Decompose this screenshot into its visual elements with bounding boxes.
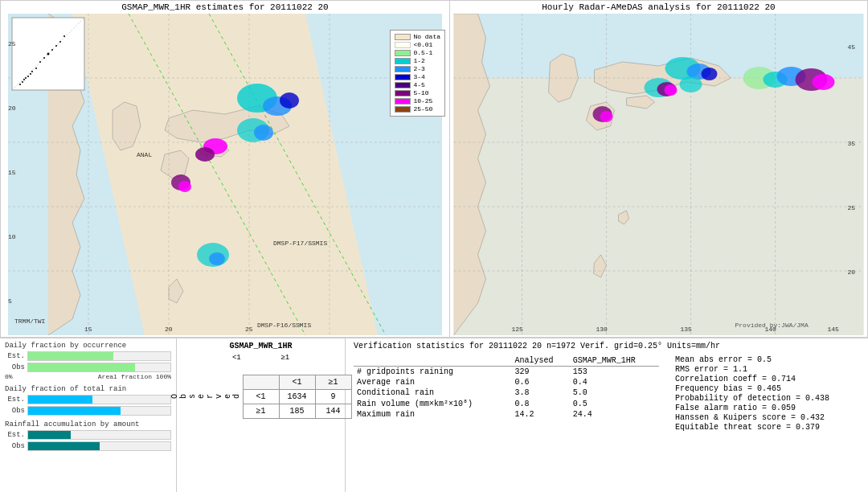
stat-rms-error: RMS error = 1.1 bbox=[675, 365, 860, 374]
svg-text:10: 10 bbox=[8, 233, 16, 240]
verif-row-condrain: Conditional rain 3.8 5.0 bbox=[354, 387, 659, 398]
table-cell-21: 185 bbox=[279, 404, 315, 418]
svg-point-31 bbox=[31, 71, 33, 72]
right-map-title: Hourly Radar-AMeDAS analysis for 2011102… bbox=[450, 1, 867, 14]
verif-inner-table: Analysed GSMAP_MWR_1HR # gridpoints rain… bbox=[354, 355, 659, 420]
svg-point-35 bbox=[47, 53, 50, 55]
occurrence-est-fill bbox=[28, 352, 113, 360]
stat-correlation: Correlation coeff = 0.714 bbox=[675, 375, 860, 383]
verif-val-condrain-analysed: 3.8 bbox=[511, 387, 569, 398]
legend-label-25-50: 25-50 bbox=[413, 105, 432, 113]
col-ge1: ≥1 bbox=[263, 354, 307, 362]
accum-est-row: Est. bbox=[5, 430, 171, 440]
legend-label-lt001: <0.01 bbox=[413, 41, 432, 48]
svg-text:25: 25 bbox=[8, 40, 16, 47]
svg-point-68 bbox=[680, 76, 702, 92]
svg-text:15: 15 bbox=[8, 169, 16, 176]
verif-row-rainvol: Rain volume (mm×km²×10⁸) 0.8 0.5 bbox=[354, 398, 659, 409]
contingency-table-title: GSMAP_MWR_1HR bbox=[229, 342, 292, 351]
table-outer: O b s e r v e d <1 ≥1 bbox=[170, 364, 352, 428]
chart-total-rain: Daily fraction of total rain Est. Obs bbox=[5, 385, 171, 416]
svg-text:20: 20 bbox=[8, 105, 16, 112]
occurrence-est-row: Est. bbox=[5, 351, 171, 361]
verif-col-metric bbox=[354, 355, 511, 367]
svg-text:DMSP-F16/SSMIS: DMSP-F16/SSMIS bbox=[257, 322, 311, 329]
chart-occurrence-title: Daily fraction by occurrence bbox=[5, 342, 171, 350]
legend-item-25-50: 25-50 bbox=[395, 105, 440, 113]
stat-false-alarm: False alarm ratio = 0.059 bbox=[675, 404, 860, 412]
left-map-area: TRMM/TWI ANAL DMSP-F17/SSMIS DMSP-F16/SS… bbox=[1, 14, 449, 335]
svg-point-37 bbox=[55, 45, 57, 47]
left-map-title: GSMAP_MWR_1HR estimates for 20111022 20 bbox=[1, 1, 449, 14]
table-row-label-lt1: <1 bbox=[243, 389, 279, 404]
svg-point-22 bbox=[209, 252, 225, 265]
total-rain-est-fill bbox=[28, 396, 92, 404]
occurrence-est-bar bbox=[27, 351, 171, 361]
svg-point-20 bbox=[178, 181, 191, 192]
legend-label-5-10: 5-10 bbox=[413, 89, 428, 96]
accum-est-bar bbox=[27, 430, 171, 440]
verif-row-avgrain: Average rain 0.6 0.4 bbox=[354, 377, 659, 387]
occurrence-obs-fill bbox=[28, 363, 135, 371]
legend-color-lt001 bbox=[395, 42, 411, 48]
legend-label-3-4: 3-4 bbox=[413, 73, 424, 80]
occurrence-obs-row: Obs bbox=[5, 363, 171, 372]
col-lt1: <1 bbox=[215, 354, 259, 362]
svg-text:135: 135 bbox=[681, 326, 693, 333]
svg-point-28 bbox=[25, 77, 27, 79]
svg-text:20: 20 bbox=[165, 326, 173, 333]
verif-label-avgrain: Average rain bbox=[354, 377, 511, 387]
svg-point-67 bbox=[665, 84, 678, 96]
svg-text:DMSP-F17/SSMIS: DMSP-F17/SSMIS bbox=[273, 240, 327, 247]
occurrence-bars: Est. Obs bbox=[5, 351, 171, 372]
svg-point-16 bbox=[254, 125, 273, 141]
svg-point-25 bbox=[19, 84, 21, 85]
table-col-lt1: <1 bbox=[279, 375, 315, 389]
legend-item-lt001: <0.01 bbox=[395, 41, 440, 48]
svg-point-26 bbox=[22, 81, 23, 83]
table-row-label-ge1: ≥1 bbox=[243, 404, 279, 418]
legend-item-1-2: 1-2 bbox=[395, 57, 440, 64]
legend-color-3-4 bbox=[395, 74, 411, 80]
table-row-ge1: ≥1 185 144 bbox=[243, 404, 351, 418]
legend-item-nodata: No data bbox=[395, 33, 440, 40]
accum-obs-label: Obs bbox=[5, 442, 25, 450]
svg-text:ANAL: ANAL bbox=[137, 151, 152, 158]
verification-section: Verification statistics for 20111022 20 … bbox=[346, 338, 868, 492]
left-map-container: GSMAP_MWR_1HR estimates for 20111022 20 bbox=[0, 0, 450, 338]
occurrence-obs-bar bbox=[27, 363, 171, 372]
total-rain-est-row: Est. bbox=[5, 395, 171, 404]
legend-item-10-25: 10-25 bbox=[395, 97, 440, 105]
legend-label-nodata: No data bbox=[413, 33, 440, 40]
svg-text:TRMM/TWI: TRMM/TWI bbox=[14, 318, 45, 325]
table-header-row: <1 ≥1 bbox=[243, 375, 351, 389]
svg-point-27 bbox=[23, 79, 25, 80]
svg-point-73 bbox=[813, 74, 835, 90]
svg-text:45: 45 bbox=[848, 43, 856, 51]
svg-text:15: 15 bbox=[84, 326, 92, 333]
legend-item-2-3: 2-3 bbox=[395, 65, 440, 72]
svg-text:25: 25 bbox=[848, 204, 856, 211]
legend-color-5-10 bbox=[395, 90, 411, 96]
chart-accumulation: Rainfall accumulation by amount Est. Obs bbox=[5, 420, 171, 451]
svg-point-33 bbox=[39, 61, 41, 63]
svg-point-75 bbox=[600, 111, 613, 122]
verif-val-gridpoints-gsmap: 153 bbox=[570, 367, 659, 378]
stat-pod: Probability of detection = 0.438 bbox=[675, 394, 860, 403]
legend-color-2-3 bbox=[395, 66, 411, 72]
svg-text:5: 5 bbox=[8, 297, 12, 305]
svg-point-18 bbox=[195, 147, 215, 162]
bottom-section: Daily fraction by occurrence Est. Obs bbox=[0, 338, 868, 492]
verif-stats-row: Analysed GSMAP_MWR_1HR # gridpoints rain… bbox=[354, 355, 860, 432]
contingency-data-table: <1 ≥1 <1 1634 9 ≥1 185 144 bbox=[243, 375, 352, 419]
legend-label-2-3: 2-3 bbox=[413, 65, 424, 72]
legend-label-05-1: 0.5-1 bbox=[413, 49, 432, 56]
verif-data-table: Analysed GSMAP_MWR_1HR # gridpoints rain… bbox=[354, 355, 659, 432]
verif-col-analysed: Analysed bbox=[511, 355, 569, 367]
table-row-lt1: <1 1634 9 bbox=[243, 389, 351, 404]
accum-obs-row: Obs bbox=[5, 441, 171, 451]
maps-section: GSMAP_MWR_1HR estimates for 20111022 20 bbox=[0, 0, 868, 338]
total-rain-obs-fill bbox=[28, 407, 121, 415]
verif-right-stats: Mean abs error = 0.5 RMS error = 1.1 Cor… bbox=[675, 355, 860, 432]
bottom-charts: Daily fraction by occurrence Est. Obs bbox=[0, 338, 177, 492]
